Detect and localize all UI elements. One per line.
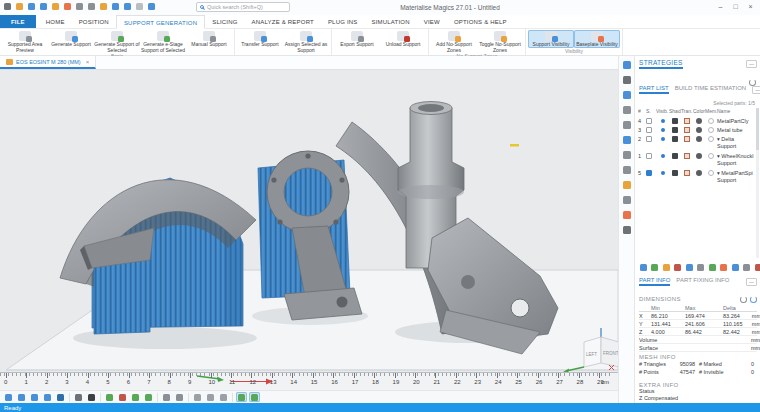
support-visibility-button[interactable]: Support Visibility [528, 30, 574, 48]
color-part-icon[interactable] [719, 262, 729, 272]
clip-icon[interactable] [622, 195, 632, 205]
mark-shell-icon[interactable] [143, 392, 154, 402]
shade-mode-icon[interactable] [86, 392, 97, 402]
mirror-part-icon[interactable] [673, 262, 683, 272]
view-settings-icon[interactable] [622, 60, 632, 70]
zoom-out-icon[interactable] [16, 392, 27, 402]
visible-dot[interactable] [661, 171, 665, 175]
filter-marked-icon[interactable] [218, 392, 229, 402]
select-checkbox[interactable] [646, 153, 652, 159]
baseplate-visibility-button[interactable]: Baseplate Visibility [574, 30, 620, 48]
quick-search-input[interactable]: Quick search (Shift+Q) [196, 2, 290, 12]
tools-icon[interactable] [622, 75, 632, 85]
part-list-row[interactable]: 5▾ MetalPartSpi [638, 168, 754, 177]
supported-area-preview-button[interactable]: Supported Area Preview [2, 30, 48, 53]
tab-simulation[interactable]: SIMULATION [365, 15, 417, 28]
filter-sharp-triangles-icon[interactable] [192, 392, 203, 402]
part-list-scrollbar[interactable] [756, 108, 759, 258]
color-icon[interactable] [696, 153, 702, 159]
viewport[interactable]: LEFT FRONT [0, 70, 618, 372]
zoom-in-icon[interactable] [3, 392, 14, 402]
manual-support-button[interactable]: Manual Support [186, 30, 232, 53]
platform-settings-icon[interactable] [99, 2, 108, 11]
visible-dot[interactable] [661, 119, 665, 123]
select-checkbox[interactable] [646, 127, 652, 133]
export-platform-icon[interactable] [63, 2, 72, 11]
tab-slicing[interactable]: SLICING [205, 15, 244, 28]
rotate-view-icon[interactable] [73, 392, 84, 402]
transparency-icon[interactable] [684, 118, 690, 124]
support-preview-icon[interactable] [236, 392, 247, 402]
shade-icon[interactable] [672, 153, 678, 159]
generate-support-of-selected-button[interactable]: Generate Support of Selected [94, 30, 140, 53]
tab-view[interactable]: VIEW [417, 15, 447, 28]
tab-options-help[interactable]: OPTIONS & HELP [447, 15, 514, 28]
transparency-icon[interactable] [684, 153, 690, 159]
pan-icon[interactable] [55, 392, 66, 402]
update-info-icon[interactable] [750, 296, 757, 303]
transparency-icon[interactable] [684, 170, 690, 176]
machine-library-icon[interactable] [111, 2, 120, 11]
toggle-no-support-zones-button[interactable]: Toggle No-Support Zones [477, 30, 523, 53]
hide-part-icon[interactable] [742, 262, 752, 272]
brush-select-icon[interactable] [174, 392, 185, 402]
support-row[interactable]: Support [638, 160, 754, 168]
mark-surface-icon[interactable] [130, 392, 141, 402]
lock-part-icon[interactable] [730, 262, 740, 272]
transparency-icon[interactable] [684, 127, 690, 133]
visible-dot[interactable] [661, 137, 665, 141]
tab-part-info[interactable]: PART INFO [639, 277, 670, 286]
mark-planes-icon[interactable] [117, 392, 128, 402]
filter-plane-icon[interactable] [205, 392, 216, 402]
measure-circle-icon[interactable] [622, 105, 632, 115]
mark-triangles-icon[interactable] [104, 392, 115, 402]
part-bracket[interactable] [428, 218, 558, 354]
tab-part-list[interactable]: PART LIST [639, 85, 669, 94]
memory-icon[interactable] [708, 127, 714, 133]
part-list-row[interactable]: 1▾ WheelKnuckl [638, 151, 754, 160]
select-through-icon[interactable] [161, 392, 172, 402]
support-row[interactable]: Support [638, 143, 754, 151]
assign-selected-as-support-button[interactable]: Assign Selected as Support [283, 30, 329, 53]
zoom-window-icon[interactable] [29, 392, 40, 402]
unload-support-button[interactable]: Unload Support [380, 30, 426, 48]
shade-icon[interactable] [672, 170, 678, 176]
tab-support-generation[interactable]: SUPPORT GENERATION [116, 15, 205, 29]
scale-part-icon[interactable] [661, 262, 671, 272]
undo-icon[interactable] [123, 2, 132, 11]
part-list-menu-button[interactable]: — [752, 86, 760, 94]
translate-part-icon[interactable] [638, 262, 648, 272]
color-icon[interactable] [696, 136, 702, 142]
memory-icon[interactable] [708, 118, 714, 124]
minimize-button[interactable]: – [713, 0, 728, 13]
zoom-fit-icon[interactable] [42, 392, 53, 402]
part-list-row[interactable]: 2▾ Delta [638, 134, 754, 143]
select-checkbox[interactable] [646, 118, 652, 124]
transparency-icon[interactable] [684, 136, 690, 142]
color-icon[interactable] [696, 170, 702, 176]
report-page-icon[interactable] [622, 165, 632, 175]
array-part-icon[interactable] [707, 262, 717, 272]
duplicate-part-icon[interactable] [684, 262, 694, 272]
generate-e-stage-support-of-selected-button[interactable]: Generate e-Stage Support of Selected [140, 30, 186, 53]
tab-plug-ins[interactable]: PLUG INS [321, 15, 365, 28]
visible-dot[interactable] [661, 154, 665, 158]
search-icon[interactable] [147, 2, 156, 11]
generate-support-button[interactable]: Generate Support [48, 30, 94, 53]
measure-angle-icon[interactable] [622, 120, 632, 130]
copy-icon[interactable] [51, 2, 60, 11]
export-support-button[interactable]: Export Support [334, 30, 380, 48]
machine-settings-icon[interactable] [87, 2, 96, 11]
ruler-icon[interactable] [622, 135, 632, 145]
settings-icon[interactable] [75, 2, 84, 11]
cube-front-label[interactable]: FRONT [603, 351, 618, 356]
tab-analyze-report[interactable]: ANALYZE & REPORT [245, 15, 321, 28]
3d-scene[interactable]: LEFT FRONT [0, 70, 618, 372]
select-checkbox[interactable] [646, 136, 652, 142]
maximize-button[interactable]: □ [728, 0, 743, 13]
section-view-icon[interactable] [622, 225, 632, 235]
visible-dot[interactable] [661, 128, 665, 132]
rotate-part-icon[interactable] [650, 262, 660, 272]
memory-icon[interactable] [708, 170, 714, 176]
memory-icon[interactable] [708, 153, 714, 159]
